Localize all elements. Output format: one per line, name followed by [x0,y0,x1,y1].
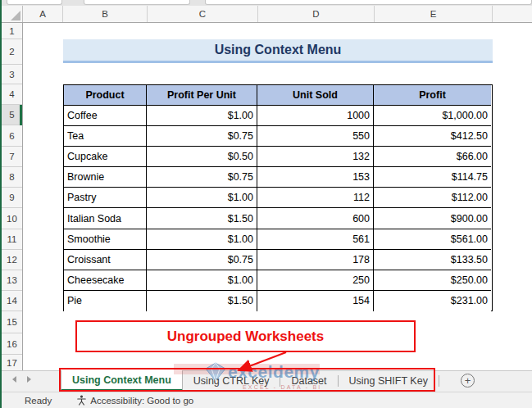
table-cell[interactable]: $0.75 [147,167,257,188]
table-cell[interactable]: 154 [257,291,374,311]
row-header-4[interactable]: 4 [2,84,22,105]
row-header-14[interactable]: 14 [2,291,22,311]
row-header-3[interactable]: 3 [2,65,22,84]
row-header-1[interactable]: 1 [2,23,22,39]
table-cell[interactable]: $66.00 [374,147,491,167]
tab-separator [439,375,439,387]
sheet-tab-dataset[interactable]: Dataset [280,370,337,392]
table-header-cell[interactable]: Profit [374,85,491,106]
table-header-cell[interactable]: Unit Sold [257,85,374,106]
product-table: Product Profit Per Unit Unit Sold Profit… [63,84,493,311]
status-ready-label: Ready [25,396,52,406]
status-bar: Ready Accessibility: Good to go [2,392,532,408]
table-cell[interactable]: 1000 [257,106,374,126]
row-header-16[interactable]: 16 [2,333,22,355]
table-cell[interactable]: Italian Soda [64,208,147,229]
toolbar-edge [84,0,190,5]
accessibility-icon [76,395,87,406]
table-cell[interactable]: $1.50 [147,291,257,311]
row-header-17[interactable]: 17 [2,355,22,370]
window-left-border [0,0,2,408]
tab-scroll-left-icon[interactable] [12,376,16,383]
column-header-c[interactable]: C [148,6,258,22]
table-cell[interactable]: $1,000.00 [374,106,491,126]
row-header-15[interactable]: 15 [2,311,22,333]
tab-scroll-right-icon[interactable] [27,376,31,383]
new-sheet-button[interactable]: + [461,374,475,388]
table-cell[interactable]: Cupcake [64,147,147,167]
table-cell[interactable]: 178 [257,250,374,270]
table-cell[interactable]: Croissant [64,250,147,270]
row-header-10[interactable]: 10 [2,208,22,229]
sheet-tab-using-ctrl-key[interactable]: Using CTRL Key [183,370,280,392]
table-cell[interactable]: Pastry [64,188,147,208]
table-cell[interactable]: 112 [257,188,374,208]
table-cell[interactable]: 250 [257,270,374,291]
table-cell[interactable]: $1.00 [147,229,257,250]
sheet-title-banner[interactable]: Using Context Menu [63,39,493,63]
table-cell[interactable]: 561 [257,229,374,250]
table-cell[interactable]: $1.00 [147,188,257,208]
sheet-tab-using-context-menu[interactable]: Using Context Menu [61,370,183,392]
column-header-row: A B C D E [2,6,532,23]
table-cell[interactable]: 153 [257,167,374,188]
row-header-column: 1 2 3 4 5 6 7 8 9 10 11 12 13 14 15 16 1… [2,23,23,370]
accessibility-status[interactable]: Accessibility: Good to go [90,396,193,406]
row-header-9[interactable]: 9 [2,188,22,208]
table-cell[interactable]: Cheesecake [64,270,147,291]
select-all-triangle-icon [11,11,20,20]
table-cell[interactable]: $900.00 [374,208,491,229]
row-header-6[interactable]: 6 [2,125,22,147]
table-cell[interactable]: Tea [64,126,147,147]
table-cell[interactable]: $133.50 [374,250,491,270]
column-header-d[interactable]: D [258,6,375,22]
table-cell[interactable]: $250.00 [374,270,491,291]
active-row-indicator [20,105,22,125]
table-cell[interactable]: Coffee [64,106,147,126]
table-cell[interactable]: 550 [257,126,374,147]
sheet-tab-using-shift-key[interactable]: Using SHIFT Key [339,370,439,392]
row-header-2[interactable]: 2 [2,39,22,65]
table-header-cell[interactable]: Product [64,85,147,106]
table-cell[interactable]: 132 [257,147,374,167]
row-header-11[interactable]: 11 [2,229,22,250]
row-header-7[interactable]: 7 [2,147,22,167]
table-cell[interactable]: $1.00 [147,270,257,291]
column-header-a[interactable]: A [23,6,63,22]
column-header-b[interactable]: B [63,6,148,22]
table-cell[interactable]: $231.00 [374,291,491,311]
table-cell[interactable]: $412.50 [374,126,491,147]
table-cell[interactable]: Brownie [64,167,147,188]
select-all-button[interactable] [2,6,23,22]
table-cell[interactable]: $0.50 [147,147,257,167]
table-cell[interactable]: $112.00 [374,188,491,208]
name-box-edge [7,0,62,5]
table-cell[interactable]: 600 [257,208,374,229]
row-header-8[interactable]: 8 [2,167,22,188]
formula-input-edge [205,0,532,5]
table-cell[interactable]: $1.50 [147,208,257,229]
column-header-e[interactable]: E [375,6,493,22]
table-cell[interactable]: $561.00 [374,229,491,250]
row-header-13[interactable]: 13 [2,270,22,291]
excel-window: A B C D E 1 2 3 4 5 6 7 8 9 10 11 12 13 … [0,0,532,408]
table-cell[interactable]: $114.75 [374,167,491,188]
table-cell[interactable]: Smoothie [64,229,147,250]
formula-bar-edge [0,0,532,6]
ungrouped-worksheets-callout[interactable]: Ungrouped Worksheets [75,320,416,352]
table-cell[interactable]: $0.75 [147,126,257,147]
sheet-tabs: Using Context Menu Using CTRL Key Datase… [61,370,439,392]
row-header-12[interactable]: 12 [2,250,22,270]
table-cell[interactable]: $1.00 [147,106,257,126]
column-header-partial[interactable] [493,6,532,22]
table-cell[interactable]: Pie [64,291,147,311]
table-cell[interactable]: $0.75 [147,250,257,270]
table-header-cell[interactable]: Profit Per Unit [147,85,257,106]
